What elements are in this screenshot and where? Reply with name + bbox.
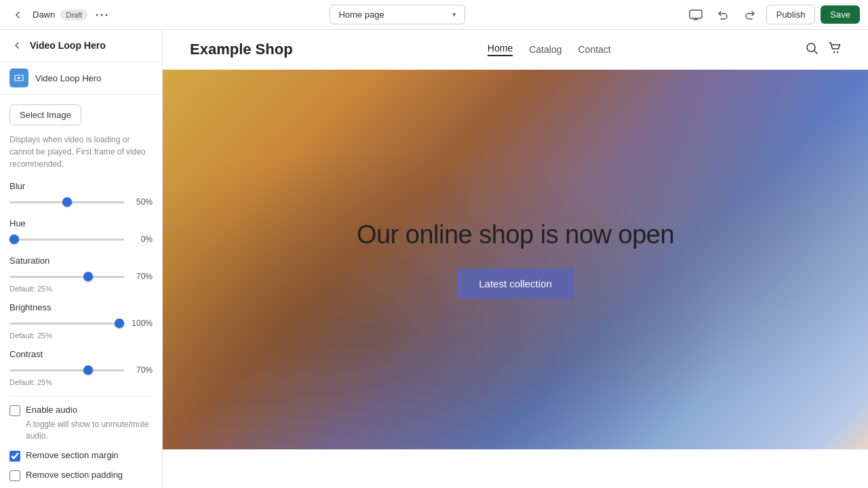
page-selector[interactable]: Home page ▾ [330,5,465,24]
nav-home[interactable]: Home [488,43,513,56]
preview-frame: Example Shop Home Catalog Contact [163,30,868,488]
hue-slider-wrapper [9,232,124,246]
saturation-slider-row: 70% [9,270,153,283]
search-icon [806,42,818,54]
contrast-slider-wrapper [9,363,124,377]
section-icon [9,68,28,87]
brightness-label: Brightness [9,302,153,312]
back-button[interactable] [8,5,27,24]
chevron-down-icon: ▾ [452,10,456,19]
contrast-label: Contrast [9,349,153,359]
redo-button[interactable] [739,4,761,26]
blur-slider-wrapper [9,195,124,209]
enable-audio-checkbox[interactable] [9,405,20,416]
hue-label: Hue [9,218,153,228]
contrast-slider-group: Contrast 70% Default: 25% [9,349,153,386]
sidebar-back-button[interactable] [9,38,24,53]
svg-marker-5 [18,77,21,79]
contrast-slider[interactable] [9,369,124,371]
brightness-slider-group: Brightness 100% Default: 25% [9,302,153,340]
enable-audio-row: Enable audio [9,405,153,416]
cart-icon [829,42,841,54]
hue-slider[interactable] [9,239,124,241]
store-header: Example Shop Home Catalog Contact [163,30,868,70]
brightness-value: 100% [130,319,153,328]
main-layout: Video Loop Hero Video Loop Hero Select I… [0,30,868,488]
cart-button[interactable] [829,42,841,58]
draft-badge: Draft [60,9,87,20]
preview-area: Example Shop Home Catalog Contact [163,30,868,488]
topbar-right: Publish Save [685,4,860,26]
blur-value: 50% [130,197,153,207]
saturation-value: 70% [130,272,153,281]
sidebar: Video Loop Hero Video Loop Hero Select I… [0,30,163,488]
hue-slider-group: Hue 0% [9,218,153,246]
more-button[interactable] [93,14,111,16]
divider-1 [9,396,153,396]
undo-button[interactable] [712,4,734,26]
enable-audio-label: Enable audio [26,405,77,415]
svg-point-6 [807,43,815,52]
sidebar-header: Video Loop Hero [0,30,162,62]
nav-contact[interactable]: Contact [578,44,610,55]
svg-point-7 [833,51,835,52]
blur-slider-row: 50% [9,195,153,209]
saturation-slider[interactable] [9,276,124,278]
hue-value: 0% [130,235,153,244]
store-icons [806,42,841,58]
brightness-slider-wrapper [9,317,124,330]
hue-slider-row: 0% [9,232,153,246]
page-selector-value: Home page [338,9,384,20]
contrast-slider-row: 70% [9,363,153,377]
sidebar-section-item: Video Loop Hero [0,62,162,95]
brightness-slider[interactable] [9,323,124,325]
contrast-value: 70% [130,365,153,375]
contrast-default: Default: 25% [9,378,153,386]
brightness-default: Default: 25% [9,331,153,340]
nav-catalog[interactable]: Catalog [529,44,561,55]
svg-point-8 [837,51,838,52]
topbar-center: Home page ▾ [116,5,679,24]
remove-margin-row: Remove section margin [9,450,153,462]
remove-margin-checkbox[interactable] [9,451,20,462]
enable-audio-help: A toggle will show to unmute/mute audio. [26,419,153,442]
topbar: Dawn Draft Home page ▾ [0,0,868,30]
theme-name: Dawn [33,9,55,20]
hero-content: Our online shop is now open Latest colle… [357,220,674,299]
store-nav: Home Catalog Contact [488,43,611,56]
svg-point-0 [96,14,98,16]
saturation-slider-group: Saturation 70% Default: 25% [9,256,153,293]
saturation-default: Default: 25% [9,285,153,293]
saturation-slider-wrapper [9,270,124,283]
saturation-label: Saturation [9,256,153,266]
select-image-button[interactable]: Select Image [9,104,81,125]
remove-margin-label: Remove section margin [26,450,119,460]
blur-slider[interactable] [9,201,124,203]
svg-point-2 [106,14,108,16]
remove-margin-group: Remove section margin [9,450,153,462]
search-button[interactable] [806,42,818,58]
sidebar-title: Video Loop Hero [30,40,106,51]
desktop-view-button[interactable] [685,4,707,26]
brightness-slider-row: 100% [9,317,153,330]
sidebar-content: Select Image Displays when video is load… [0,95,162,488]
remove-padding-label: Remove section padding [26,470,123,480]
blur-slider-group: Blur 50% [9,181,153,209]
hero-headline: Our online shop is now open [357,220,674,249]
blur-label: Blur [9,181,153,191]
svg-point-1 [101,14,103,16]
image-help-text: Displays when video is loading or cannot… [9,134,153,170]
remove-padding-checkbox[interactable] [9,470,20,481]
remove-padding-group: Remove section padding [9,470,153,481]
topbar-left: Dawn Draft [8,5,111,24]
section-item-label: Video Loop Hero [35,73,101,83]
remove-padding-row: Remove section padding [9,470,153,481]
hero-section: Our online shop is now open Latest colle… [163,70,868,449]
enable-audio-group: Enable audio A toggle will show to unmut… [9,405,153,442]
svg-rect-3 [690,10,702,18]
store-name: Example Shop [190,41,293,58]
hero-cta-button[interactable]: Latest collection [457,268,574,299]
publish-button[interactable]: Publish [766,5,816,24]
save-button[interactable]: Save [821,5,860,24]
